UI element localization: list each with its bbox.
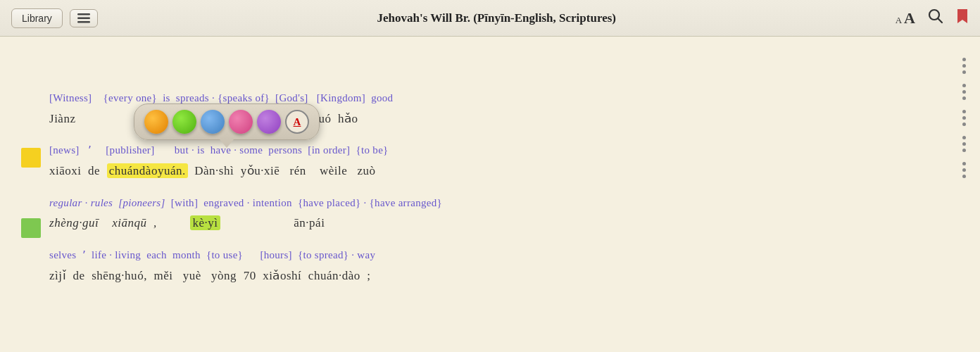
- dot-6: [962, 96, 966, 100]
- book-title: Jehovah's Will Br. (Pīnyīn-English, Scri…: [105, 11, 888, 25]
- dot-2: [962, 64, 966, 68]
- dot-10: [962, 136, 966, 139]
- font-small-a[interactable]: A: [896, 15, 902, 26]
- pinyin-line-2: xiāoxi de chuándàoyuán. Dàn·shì yǒu·xiē …: [49, 161, 938, 182]
- text-block-2: [news] ʼ [publisher] but · is have · som…: [49, 142, 938, 181]
- dot-1: [962, 58, 966, 61]
- sticky-note-green[interactable]: [21, 218, 41, 238]
- bookmark-icon[interactable]: [956, 8, 969, 28]
- text-highlight-button[interactable]: A: [285, 110, 309, 134]
- svg-line-4: [938, 19, 943, 23]
- dot-8: [962, 116, 966, 120]
- dot-group-1: [962, 58, 966, 74]
- dot-5: [962, 90, 966, 94]
- search-button[interactable]: [928, 8, 943, 27]
- svg-rect-1: [77, 17, 90, 19]
- highlight-keyi: kè·yì: [190, 215, 220, 230]
- dot-menu[interactable]: [962, 51, 966, 338]
- sticky-note-yellow[interactable]: [21, 148, 41, 168]
- dot-15: [962, 175, 966, 178]
- library-button[interactable]: Library: [11, 8, 63, 28]
- english-line-3: regular · rules [pioneers] [with] engrav…: [49, 194, 938, 213]
- toolbar: Library Jehovah's Will Br. (Pīnyīn-Engli…: [0, 0, 980, 37]
- color-picker-popup[interactable]: A: [134, 103, 320, 140]
- list-icon: [77, 13, 90, 23]
- svg-rect-0: [77, 13, 90, 15]
- color-pink[interactable]: [229, 110, 253, 134]
- pinyin-italic-1: zhèng·guī xiānqū ,: [49, 216, 157, 230]
- color-purple[interactable]: [257, 110, 281, 134]
- dot-group-2: [962, 84, 966, 100]
- color-orange[interactable]: [144, 110, 168, 134]
- text-block-4: selves ʼ life · living each month {to us…: [49, 246, 938, 286]
- dot-13: [962, 162, 966, 165]
- dot-3: [962, 70, 966, 74]
- dot-4: [962, 84, 966, 87]
- dot-7: [962, 110, 966, 113]
- dot-group-3: [962, 110, 966, 126]
- text-block-3: regular · rules [pioneers] [with] engrav…: [49, 194, 938, 234]
- color-green[interactable]: [172, 110, 196, 134]
- content-area: A [Witness] {every one} is spreads · {sp…: [0, 37, 980, 352]
- svg-rect-2: [77, 21, 90, 23]
- dot-group-5: [962, 162, 966, 178]
- pinyin-line-3: zhèng·guī xiānqū , kè·yì ān·pái: [49, 213, 938, 234]
- english-line-2: [news] ʼ [publisher] but · is have · som…: [49, 142, 938, 160]
- toolbar-right: A A: [896, 8, 969, 28]
- dot-group-4: [962, 136, 966, 152]
- pinyin-line-4: zìjǐ de shēng·huó, měi yuè yòng 70 xiǎos…: [49, 266, 938, 287]
- search-icon: [928, 8, 943, 24]
- english-line-4: selves ʼ life · living each month {to us…: [49, 246, 938, 265]
- color-blue[interactable]: [201, 110, 225, 134]
- font-large-a[interactable]: A: [904, 9, 915, 27]
- bookmark-svg: [956, 8, 969, 25]
- dot-12: [962, 149, 966, 152]
- italic-regular-pioneers: regular · rules [pioneers]: [49, 197, 165, 208]
- dot-14: [962, 168, 966, 172]
- list-button[interactable]: [70, 9, 98, 27]
- dot-11: [962, 142, 966, 146]
- toolbar-left: Library: [11, 8, 98, 28]
- dot-9: [962, 122, 966, 126]
- highlight-chuandaoyuan: chuándàoyuán.: [107, 163, 188, 178]
- font-size-control[interactable]: A A: [896, 9, 915, 27]
